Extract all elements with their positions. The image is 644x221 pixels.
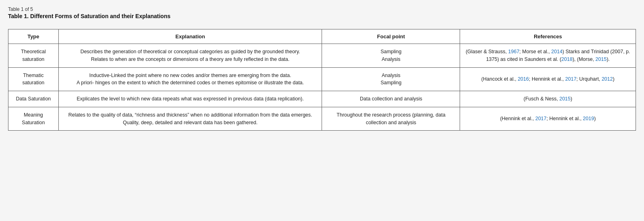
table-row: Data Saturation Explicates the level to … xyxy=(8,91,636,107)
cell-references: (Fusch & Ness, 2015) xyxy=(460,91,636,107)
cell-references: (Hennink et al., 2017; Hennink et al., 2… xyxy=(460,107,636,131)
ref-link[interactable]: 2015 xyxy=(595,56,607,62)
header-type: Type xyxy=(8,29,59,44)
cell-explanation: Describes the generation of theoretical … xyxy=(58,44,322,68)
ref-link[interactable]: 2019 xyxy=(583,116,594,121)
cell-type: Thematic saturation xyxy=(8,67,59,91)
cell-focal: SamplingAnalysis xyxy=(322,44,460,68)
cell-type: Theoretical saturation xyxy=(8,44,59,68)
saturation-table: Type Explanation Focal point References … xyxy=(8,29,636,131)
ref-link[interactable]: 2017 xyxy=(535,116,547,121)
cell-explanation: Inductive-Linked the point where no new … xyxy=(58,67,322,91)
header-references: References xyxy=(460,29,636,44)
cell-references: (Glaser & Strauss, 1967; Morse et al., 2… xyxy=(460,44,636,68)
table-row: Theoretical saturation Describes the gen… xyxy=(8,44,636,68)
cell-focal: Data collection and analysis xyxy=(322,91,460,107)
table-row: Meaning Saturation Relates to the qualit… xyxy=(8,107,636,131)
ref-link[interactable]: 2014 xyxy=(551,49,563,54)
header-explanation: Explanation xyxy=(58,29,322,44)
table-row: Thematic saturation Inductive-Linked the… xyxy=(8,67,636,91)
cell-type: Meaning Saturation xyxy=(8,107,59,131)
cell-references: (Hancock et al., 2016; Hennink et al., 2… xyxy=(460,67,636,91)
cell-type: Data Saturation xyxy=(8,91,59,107)
cell-explanation: Explicates the level to which new data r… xyxy=(58,91,322,107)
ref-link[interactable]: 1967 xyxy=(508,49,520,54)
ref-link[interactable]: 2018 xyxy=(561,56,573,62)
cell-focal: AnalysisSampling xyxy=(322,67,460,91)
page-wrapper: Table 1 of 5 Table 1. Different Forms of… xyxy=(0,0,644,221)
ref-link[interactable]: 2016 xyxy=(518,76,529,82)
ref-link[interactable]: 2017 xyxy=(565,76,576,82)
ref-link[interactable]: 2012 xyxy=(602,76,613,82)
ref-link[interactable]: 2015 xyxy=(559,96,571,102)
table-title: Table 1. Different Forms of Saturation a… xyxy=(8,13,636,19)
table-label: Table 1 of 5 xyxy=(8,6,636,12)
cell-focal: Throughout the research process (plannin… xyxy=(322,107,460,131)
table-header-row: Type Explanation Focal point References xyxy=(8,29,636,44)
cell-explanation: Relates to the quality of data, “richnes… xyxy=(58,107,322,131)
header-focal: Focal point xyxy=(322,29,460,44)
